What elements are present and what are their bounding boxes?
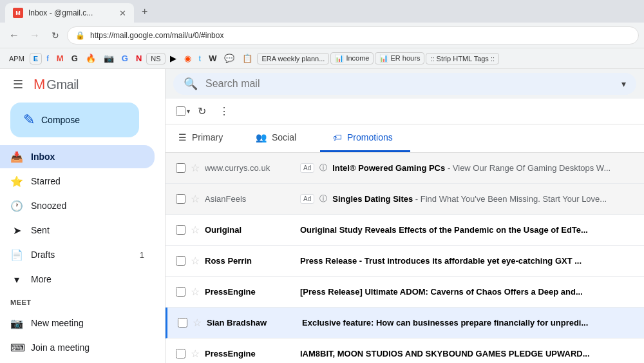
camera-icon: 📷 (10, 317, 23, 329)
bookmarks-bar: APM E f M G 🔥 📷 G N NS ▶ ◉ t W 💬 📋 ERA w… (0, 48, 644, 69)
email-subject: Singles Dating Sites (332, 194, 413, 204)
nav-drafts[interactable]: 📄 Drafts 1 (0, 243, 155, 266)
drafts-badge: 1 (140, 250, 144, 260)
sender-name: Ross Perrin (205, 256, 295, 266)
bookmark-whatsapp[interactable]: 💬 (221, 52, 238, 64)
search-input[interactable] (205, 78, 614, 90)
nav-snoozed[interactable]: 🕐 Snoozed (0, 194, 155, 217)
star-icon[interactable]: ☆ (193, 317, 202, 329)
email-subject: Ouriginal Study Reveals Effects of the P… (300, 225, 588, 235)
sender-name: Sian Bradshaw (207, 318, 297, 328)
bookmark-w[interactable]: W (205, 52, 220, 64)
bookmark-ns[interactable]: NS (146, 53, 165, 64)
star-icon[interactable]: ☆ (191, 348, 200, 360)
email-checkbox[interactable] (176, 287, 185, 297)
email-content: Exclusive feature: How can businesses pr… (302, 318, 634, 328)
email-checkbox[interactable] (176, 163, 185, 173)
email-subject: Intel® Powered Gaming PCs (332, 163, 445, 173)
email-content: IAM8BIT, MOON STUDIOS AND SKYBOUND GAMES… (300, 349, 634, 358)
email-row[interactable]: ☆ AsianFeels Ad ⓘ Singles Dating Sites -… (166, 184, 644, 215)
bookmark-g3[interactable]: G (118, 52, 131, 64)
select-all-checkbox-area[interactable]: ▾ (176, 106, 190, 116)
star-icon[interactable]: ☆ (191, 224, 200, 236)
gmail-logo: M Gmail (33, 76, 79, 93)
bookmark-era[interactable]: ERA weekly plann... (257, 53, 329, 64)
email-row[interactable]: ☆ Ross Perrin Press Release - Trust intr… (166, 246, 644, 277)
refresh-button[interactable]: ↻ (46, 26, 64, 44)
sidebar-item-label-drafts: Drafts (31, 250, 55, 260)
refresh-toolbar-button[interactable]: ↻ (193, 103, 211, 120)
ad-badge: Ad (300, 194, 314, 204)
email-row-highlighted[interactable]: ☆ Sian Bradshaw Exclusive feature: How c… (166, 308, 644, 338)
email-checkbox[interactable] (176, 225, 185, 235)
email-checkbox[interactable] (176, 256, 185, 266)
nav-join-meeting[interactable]: ⌨ Join a meeting (0, 336, 155, 359)
bookmark-abema[interactable]: ▶ (167, 52, 180, 64)
email-preview: - Find What You've Been Missing. Start Y… (415, 194, 607, 204)
url-text: https://mail.google.com/mail/u/0/#inbox (90, 31, 223, 40)
nav-new-meeting[interactable]: 📷 New meeting (0, 311, 155, 335)
ad-info-icon[interactable]: ⓘ (319, 162, 327, 173)
email-row[interactable]: ☆ PressEngine IAM8BIT, MOON STUDIOS AND … (166, 338, 644, 363)
bookmark-fire[interactable]: 🔥 (82, 52, 99, 64)
gmail-favicon: M (13, 8, 23, 18)
bookmark-gmail[interactable]: M (53, 52, 67, 64)
mail-toolbar: ▾ ↻ ⋮ (166, 99, 644, 124)
tab-social[interactable]: 👥 Social (243, 124, 320, 152)
bookmark-e[interactable]: E (30, 53, 42, 64)
search-icon: 🔍 (184, 77, 198, 91)
email-row[interactable]: ☆ PressEngine [Press Release] Ultimate A… (166, 277, 644, 308)
address-bar[interactable]: 🔒 https://mail.google.com/mail/u/0/#inbo… (67, 26, 639, 44)
tab-title: Inbox - @gmail.c... (28, 8, 93, 17)
more-options-toolbar-button[interactable]: ⋮ (214, 103, 234, 120)
bookmark-income[interactable]: 📊 Income (330, 52, 374, 64)
ad-info-icon[interactable]: ⓘ (319, 193, 327, 204)
bookmark-instagram[interactable]: 📷 (100, 52, 117, 64)
email-checkbox[interactable] (176, 349, 185, 358)
nav-inbox[interactable]: 📥 Inbox (0, 145, 155, 168)
star-icon[interactable]: ☆ (191, 255, 200, 267)
hamburger-menu-button[interactable]: ☰ (10, 75, 26, 94)
forward-button[interactable]: → (26, 26, 44, 44)
star-icon[interactable]: ☆ (191, 286, 200, 298)
select-dropdown-icon[interactable]: ▾ (187, 108, 190, 115)
gmail-logo-icon: M (33, 76, 45, 93)
search-bar[interactable]: 🔍 ▾ (173, 73, 636, 95)
bookmark-facebook[interactable]: f (43, 52, 52, 64)
tab-close-icon[interactable]: ✕ (119, 8, 126, 18)
email-row[interactable]: ☆ Ouriginal Ouriginal Study Reveals Effe… (166, 215, 644, 246)
primary-tab-label: Primary (192, 132, 223, 142)
star-icon[interactable]: ☆ (191, 193, 200, 205)
bookmark-strip[interactable]: :: Strip HTML Tags :: (426, 53, 499, 64)
compose-button[interactable]: ✎ Compose (10, 103, 139, 137)
new-tab-button[interactable]: + (137, 3, 153, 20)
lock-icon: 🔒 (75, 31, 85, 40)
address-bar-row: ← → ↻ 🔒 https://mail.google.com/mail/u/0… (0, 23, 644, 48)
sent-icon: ➤ (10, 224, 23, 237)
nav-starred[interactable]: ⭐ Starred (0, 170, 155, 193)
meet-label: Meet (10, 299, 155, 306)
sidebar-header: ☰ M Gmail (0, 69, 165, 100)
email-row[interactable]: ☆ www.currys.co.uk Ad ⓘ Intel® Powered G… (166, 153, 644, 184)
browser-tab-active[interactable]: M Inbox - @gmail.c... ✕ (5, 3, 134, 23)
bookmark-monday[interactable]: 📋 (239, 52, 256, 64)
nav-more[interactable]: ▾ More (0, 268, 155, 291)
select-all-checkbox[interactable] (176, 106, 185, 116)
tab-promotions[interactable]: 🏷 Promotions (320, 124, 410, 152)
tab-primary[interactable]: ☰ Primary (166, 124, 243, 152)
more-chevron-icon: ▾ (10, 273, 23, 286)
star-icon[interactable]: ☆ (191, 162, 200, 174)
bookmark-netflix[interactable]: N (133, 52, 145, 64)
social-tab-icon: 👥 (256, 132, 267, 142)
email-checkbox[interactable] (176, 194, 185, 204)
back-button[interactable]: ← (5, 26, 23, 44)
bookmark-g[interactable]: G (68, 52, 81, 64)
sidebar-item-label-inbox: Inbox (31, 152, 55, 162)
email-checkbox[interactable] (178, 318, 187, 328)
nav-sent[interactable]: ➤ Sent (0, 219, 155, 242)
bookmark-twitter[interactable]: t (196, 52, 205, 64)
bookmark-er-hours[interactable]: 📊 ER hours (375, 52, 424, 64)
search-dropdown-icon[interactable]: ▾ (621, 79, 626, 89)
bookmark-apm[interactable]: APM (5, 54, 28, 64)
bookmark-reddit[interactable]: ◉ (181, 52, 194, 64)
